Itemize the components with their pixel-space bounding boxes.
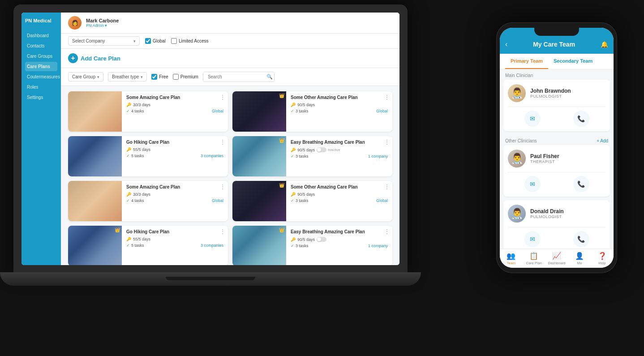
nav-dashboard[interactable]: 📈 Dashboard	[545, 252, 568, 265]
care-group-dropdown[interactable]: Care Group ▾	[68, 72, 103, 81]
limited-access-checkbox[interactable]	[171, 38, 177, 44]
search-input[interactable]	[208, 74, 265, 79]
laptop-base	[0, 272, 421, 286]
card-7[interactable]: 👑 Go Hiking Care Plan 🔑 55/5 days	[68, 226, 228, 265]
card-menu-button-7[interactable]: ⋮	[220, 228, 225, 235]
card-menu-button-5[interactable]: ⋮	[220, 184, 225, 190]
clinician-name-main: John Brawndon	[530, 88, 571, 94]
bell-icon[interactable]: 🔔	[601, 41, 608, 48]
card-footer-6: ✓ 3 tasks Global	[291, 198, 388, 203]
card-menu-button-8[interactable]: ⋮	[384, 228, 390, 235]
toggle-switch-2[interactable]	[317, 237, 326, 242]
add-clinician-button[interactable]: + Add	[597, 138, 608, 143]
card-footer-5: ✓ 4 tasks Global	[126, 198, 223, 203]
card-1[interactable]: Some Amazing Care Plan 🔑 30/3 days ✓ 4 t…	[68, 91, 228, 132]
clinician-avatar-main: 👨‍⚕️	[508, 84, 526, 102]
tab-primary-team[interactable]: Primary Team	[505, 54, 548, 69]
check-circle-icon: ✓	[126, 154, 130, 158]
user-role: PN Admin ▾	[86, 23, 119, 28]
add-care-plan-button[interactable]: + Add Care Plan	[68, 53, 120, 63]
global-checkbox-label[interactable]: Global	[145, 38, 166, 44]
card-image-bg: 👑	[232, 181, 286, 221]
phone-content: Main Clinician 👨‍⚕️ John Brawndon PULMOL…	[500, 69, 614, 249]
card-6[interactable]: 👑 Some Other Amazing Care Plan 🔑 90/5 da…	[232, 181, 392, 221]
phone-button-3[interactable]: 📞	[573, 231, 589, 247]
card-menu-button-4[interactable]: ⋮	[384, 139, 390, 145]
card-4[interactable]: 👑 Easy Breathing Amazing Care Plan 🔑 90/…	[232, 136, 392, 176]
clinician-text-main: John Brawndon PULMOLOGIST	[530, 88, 571, 99]
avatar: 👩	[68, 16, 82, 30]
card-body-6: Some Other Amazing Care Plan 🔑 90/5 days…	[286, 181, 392, 221]
card-5[interactable]: Some Amazing Care Plan 🔑 30/3 days ✓ 4 t…	[68, 181, 228, 221]
email-button-main[interactable]: ✉	[524, 111, 541, 127]
help-icon: ❓	[598, 252, 607, 260]
nav-me[interactable]: 👤 Me	[568, 252, 591, 265]
phone-button-main[interactable]: 📞	[573, 111, 589, 127]
tab-secondary-team[interactable]: Secondary Team	[548, 54, 598, 69]
free-checkbox[interactable]	[151, 74, 157, 80]
back-button[interactable]: ‹	[505, 40, 507, 48]
email-button-2[interactable]: ✉	[524, 176, 541, 192]
nav-care-plan[interactable]: 📋 Care Plan	[523, 252, 545, 265]
toggle-switch[interactable]	[317, 147, 326, 152]
phone-screen: ‹ My Care Team 🔔 Primary Team Secondary …	[500, 28, 614, 268]
sidebar-item-settings[interactable]: Settings	[25, 93, 57, 102]
nav-team[interactable]: 👥 Team	[500, 252, 523, 265]
global-checkbox[interactable]	[145, 38, 151, 44]
card-tasks-5: ✓ 4 tasks	[126, 198, 144, 203]
card-footer-2: ✓ 3 tasks Global	[291, 109, 388, 113]
phone: ‹ My Care Team 🔔 Primary Team Secondary …	[496, 22, 617, 273]
check-circle-icon: ✓	[126, 243, 130, 248]
card-tasks-8: ✓ 3 tasks	[291, 244, 309, 248]
laptop-screen: PN Medical Dashboard Contacts Care Group…	[21, 13, 399, 265]
card-menu-button-6[interactable]: ⋮	[384, 184, 390, 190]
card-menu-button-2[interactable]: ⋮	[384, 94, 390, 100]
card-menu-button-3[interactable]: ⋮	[220, 139, 225, 145]
card-image-bg: 👑	[232, 226, 286, 265]
card-body-3: Go Hiking Care Plan 🔑 55/5 days ✓ 5 task…	[122, 136, 228, 176]
add-care-plan-bar: + Add Care Plan	[61, 49, 399, 68]
select-company-dropdown[interactable]: Select Company ▾	[68, 36, 140, 46]
doctor-silhouette-icon: 👨‍⚕️	[511, 153, 523, 164]
clinician-name-3: Donald Drain	[530, 208, 564, 214]
sidebar-item-care-plans[interactable]: Care Plans	[25, 62, 57, 71]
clinician-role-2: THERAPIST	[530, 159, 559, 164]
key-icon: 🔑	[291, 237, 296, 242]
card-8[interactable]: 👑 Easy Breathing Amazing Care Plan 🔑 90/…	[232, 226, 392, 265]
search-box[interactable]: 🔍	[203, 72, 275, 82]
card-menu-button-1[interactable]: ⋮	[220, 94, 225, 100]
card-tasks-3: ✓ 5 tasks	[126, 154, 144, 158]
card-image-bg	[68, 91, 122, 132]
premium-checkbox[interactable]	[173, 74, 179, 80]
card-image-5	[68, 181, 122, 221]
free-checkbox-label[interactable]: Free	[151, 74, 168, 80]
phone-nav: 👥 Team 📋 Care Plan 📈 Dashboard 👤 Me ❓	[500, 249, 614, 268]
crown-icon: 👑	[279, 93, 284, 98]
card-3[interactable]: Go Hiking Care Plan 🔑 55/5 days ✓ 5 task…	[68, 136, 228, 176]
key-icon: 🔑	[291, 192, 296, 197]
card-footer-4: ✓ 3 tasks 1 company	[291, 154, 388, 159]
clinician-actions-3: ✉ 📞	[508, 227, 605, 247]
doctor-silhouette-icon: 👨‍⚕️	[511, 208, 523, 219]
team-icon: 👥	[507, 252, 515, 260]
sidebar-item-dashboard[interactable]: Dashboard	[25, 31, 57, 40]
card-scope-7: 3 companies	[201, 243, 223, 248]
card-footer-3: ✓ 5 tasks 3 companies	[126, 154, 223, 158]
add-icon: +	[68, 53, 78, 63]
card-scope-8: 1 company	[368, 244, 388, 248]
nav-help[interactable]: ❓ Help	[591, 252, 614, 265]
clinician-info-main: 👨‍⚕️ John Brawndon PULMOLOGIST	[508, 84, 605, 102]
sidebar-item-roles[interactable]: Roles	[25, 82, 57, 92]
sidebar-item-coutermeasures[interactable]: Coutermeasures	[25, 72, 57, 81]
breather-type-dropdown[interactable]: Breather type ▾	[108, 72, 147, 81]
card-footer-7: ✓ 5 tasks 3 companies	[126, 243, 223, 248]
premium-checkbox-label[interactable]: Premium	[173, 74, 198, 80]
limited-access-checkbox-label[interactable]: Limited Access	[171, 38, 209, 44]
card-2[interactable]: 👑 Some Other Amazing Care Plan 🔑 90/5 da…	[232, 91, 392, 132]
email-button-3[interactable]: ✉	[524, 231, 541, 247]
phone-button-2[interactable]: 📞	[573, 176, 589, 192]
doctor-silhouette-icon: 👨‍⚕️	[511, 87, 523, 99]
sidebar-item-contacts[interactable]: Contacts	[25, 41, 57, 51]
sidebar-item-care-groups[interactable]: Care Groups	[25, 51, 57, 61]
key-icon: 🔑	[291, 148, 296, 152]
